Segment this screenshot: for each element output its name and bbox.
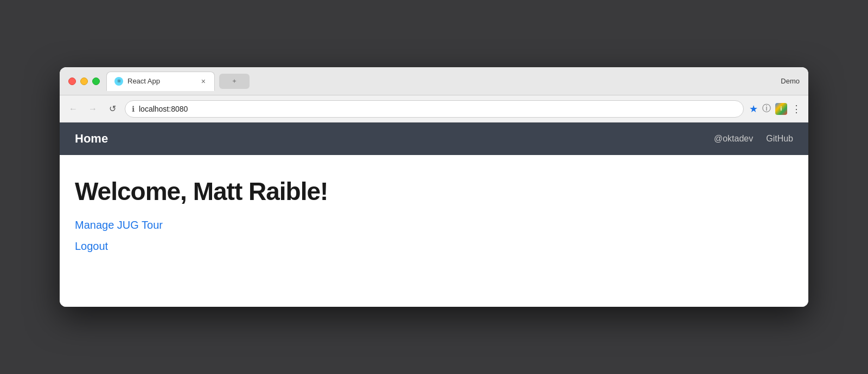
nav-link-oktadev[interactable]: @oktadev (714, 134, 753, 144)
minimize-button[interactable] (80, 78, 88, 85)
address-right-icons: ★ ⓘ i ⋮ (749, 103, 802, 115)
close-button[interactable] (68, 78, 76, 85)
tab-label: React App (127, 77, 160, 85)
title-bar: ⚛ React App × ＋ Demo (60, 67, 808, 95)
help-icon: ⓘ (762, 103, 771, 114)
browser-window: ⚛ React App × ＋ Demo ← → ↺ ℹ localhost:8… (60, 67, 808, 307)
tab-favicon-icon: ⚛ (114, 77, 123, 86)
url-display: localhost:8080 (139, 105, 737, 113)
app-content: Welcome, Matt Raible! Manage JUG Tour Lo… (60, 155, 808, 307)
profile-label: Demo (781, 77, 800, 85)
manage-jug-tour-link[interactable]: Manage JUG Tour (75, 219, 793, 231)
new-tab-button[interactable]: ＋ (219, 74, 250, 89)
logout-link[interactable]: Logout (75, 240, 793, 253)
address-input[interactable]: ℹ localhost:8080 (125, 100, 744, 118)
tab-bar: ⚛ React App × ＋ (106, 72, 774, 91)
nav-right: @oktadev GitHub (714, 134, 793, 144)
info-icon: ℹ (132, 105, 135, 113)
forward-button[interactable]: → (86, 102, 100, 116)
extension-icon[interactable]: i (775, 103, 787, 115)
maximize-button[interactable] (92, 78, 100, 85)
nav-brand[interactable]: Home (75, 132, 108, 146)
welcome-heading: Welcome, Matt Raible! (75, 177, 793, 206)
back-button[interactable]: ← (66, 102, 80, 116)
active-tab[interactable]: ⚛ React App × (106, 72, 215, 91)
app-navbar: Home @oktadev GitHub (60, 122, 808, 155)
tab-close-icon[interactable]: × (200, 77, 207, 86)
traffic-lights (68, 78, 100, 85)
nav-link-github[interactable]: GitHub (766, 134, 793, 144)
browser-menu-icon[interactable]: ⋮ (792, 103, 802, 115)
bookmark-icon[interactable]: ★ (749, 103, 758, 115)
address-bar: ← → ↺ ℹ localhost:8080 ★ ⓘ i ⋮ (60, 95, 808, 122)
reload-button[interactable]: ↺ (105, 102, 119, 116)
